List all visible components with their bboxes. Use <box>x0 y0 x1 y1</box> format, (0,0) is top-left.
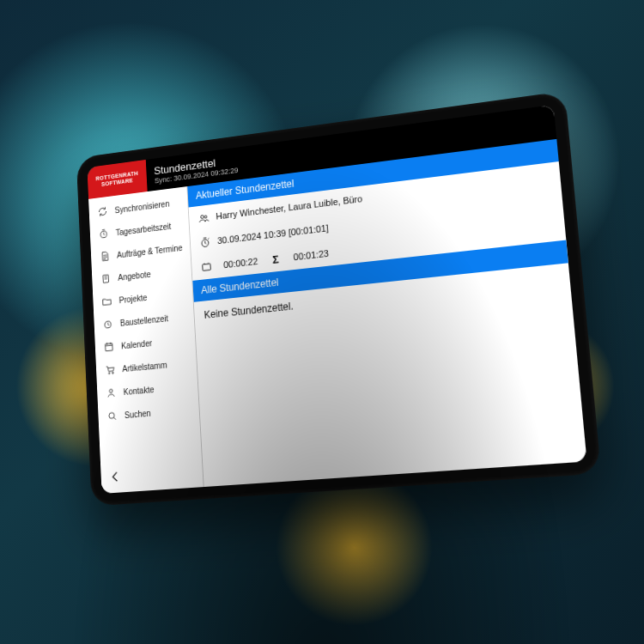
calendar-icon <box>102 340 115 355</box>
people-icon <box>197 210 210 225</box>
cart-icon <box>104 362 117 377</box>
sidebar-item-label: Angebote <box>118 270 151 283</box>
main-content: Aktueller Stundenzettel Harry Winchester… <box>187 139 586 487</box>
svg-point-5 <box>112 372 114 374</box>
folder-icon <box>100 295 113 309</box>
sidebar-item-label: Projekte <box>118 293 147 305</box>
tablet-frame: ROTTGENRATH SOFTWARE Stundenzettel Sync:… <box>76 91 601 506</box>
back-button[interactable] <box>109 476 124 487</box>
search-icon <box>106 409 118 423</box>
sidebar-item-label: Aufträge & Termine <box>117 243 183 259</box>
svg-point-4 <box>108 373 110 374</box>
svg-rect-3 <box>106 343 113 351</box>
svg-rect-11 <box>202 264 210 270</box>
sum-value: 00:01:23 <box>293 248 329 262</box>
sync-icon <box>96 204 109 219</box>
svg-point-8 <box>200 215 204 218</box>
sidebar-item-label: Baustellenzeit <box>120 313 168 327</box>
sidebar: Synchronisieren Tagesarbeitszeit Aufträg… <box>88 186 204 494</box>
elapsed-value: 00:00:22 <box>223 256 258 270</box>
sidebar-item-label: Artikelstamm <box>122 360 167 373</box>
document-icon <box>99 249 112 264</box>
sidebar-nav: Synchronisieren Tagesarbeitszeit Aufträg… <box>88 186 202 464</box>
sidebar-item-label: Synchronisieren <box>114 199 169 215</box>
site-icon <box>101 317 114 331</box>
sidebar-item-label: Kalender <box>121 338 152 350</box>
person-icon <box>105 386 118 400</box>
svg-point-7 <box>109 412 115 418</box>
sidebar-item-label: Suchen <box>125 408 151 419</box>
sidebar-item-label: Tagesarbeitszeit <box>116 222 172 237</box>
timer-icon <box>97 227 110 241</box>
app-screen: ROTTGENRATH SOFTWARE Stundenzettel Sync:… <box>87 105 586 494</box>
sum-icon: Σ <box>269 252 283 266</box>
svg-point-9 <box>204 216 206 218</box>
sidebar-item-label: Kontakte <box>123 385 154 397</box>
offer-icon <box>100 271 112 286</box>
svg-point-6 <box>109 389 112 392</box>
elapsed-icon <box>199 259 213 274</box>
stopwatch-icon <box>198 235 212 250</box>
